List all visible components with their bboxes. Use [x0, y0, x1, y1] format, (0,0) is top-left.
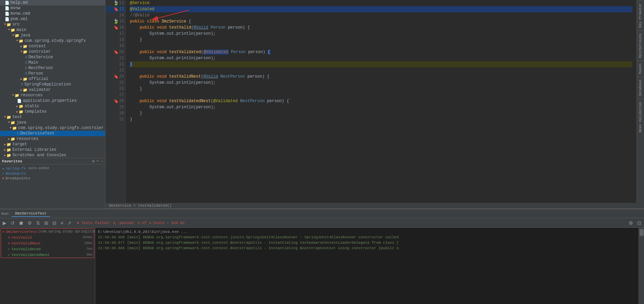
test-root-label: DmzServiceTest — [6, 230, 37, 234]
fav-spring-fx[interactable]: ★ spring-fx auto-added — [2, 166, 103, 171]
tree-label: java — [16, 120, 26, 125]
tree-item-test-resources[interactable]: ▶ 📁 resources — [0, 136, 105, 142]
tree-item-dmzservicetest[interactable]: C DmzServiceTest — [0, 131, 105, 136]
console-line-2: 21:50:30.677 [main] DEBUG org.springfram… — [98, 240, 636, 245]
test-item-testvalidated[interactable]: ✓ testValidated 7ms — [1, 246, 94, 252]
code-token: testValidated — [169, 50, 201, 54]
test-fail-icon: ✕ — [2, 229, 5, 234]
run-tab-bar: Run: DmzServiceTest — [0, 209, 644, 218]
bookmark-icon: 🔖 — [114, 7, 119, 12]
test-time-3: 7ms — [86, 247, 92, 251]
tree-item-scratches[interactable]: ▶ 📁 Scratches and Consoles — [0, 153, 105, 158]
right-tab-database[interactable]: Database — [638, 77, 643, 99]
code-token: //@Valid — [130, 13, 150, 18]
code-token: void — [157, 99, 169, 103]
right-tab-maven[interactable]: Maven — [638, 61, 643, 77]
collapse-button[interactable]: ⊟ — [51, 220, 58, 226]
tree-item-appprops[interactable]: 📄 application.properties — [0, 98, 105, 103]
gutter-line-27: 27 — [105, 92, 125, 98]
tree-item-src[interactable]: ▼ 📁 src — [0, 22, 105, 27]
file-icon: 📄 — [5, 12, 10, 16]
test-item-testvalidnest[interactable]: ✕ testValidNest 16ms — [1, 240, 94, 246]
test-item-root[interactable]: ✕ DmzServiceTest (com.spring.study.sprin… — [1, 229, 94, 235]
tree-item-pomxml[interactable]: 📄 pom.xml — [0, 16, 105, 22]
tree-item-target[interactable]: ▶ 📁 target — [0, 142, 105, 147]
tree-item-nestperson[interactable]: C NestPerson — [0, 65, 105, 71]
tree-item-ext-libs[interactable]: ▶ 📁 External Libraries — [0, 147, 105, 153]
tree-item-static[interactable]: ▶ 📁 static — [0, 103, 105, 109]
tree-item-java[interactable]: ▼ 📁 java — [0, 33, 105, 38]
code-token: public — [130, 19, 147, 24]
favorites-icons[interactable]: ⚙ + – — [92, 159, 103, 163]
tree-item-main-class[interactable]: C Main — [0, 60, 105, 65]
fail-status: ● — [77, 221, 81, 225]
gutter-line-15: 🍃 15 — [105, 18, 125, 25]
code-token — [130, 50, 140, 54]
fav-breakpoints[interactable]: ● Breakpoints — [2, 176, 103, 181]
tree-item-templates[interactable]: ▶ 📁 templates — [0, 109, 105, 114]
tree-item-helpmd[interactable]: 📄 help.md — [0, 0, 105, 5]
code-token — [218, 74, 220, 79]
test-item-testvalid[interactable]: ✕ testValid 294ms — [1, 235, 94, 240]
code-line-24: public void testValidNest(@Valid NestPer… — [130, 74, 632, 80]
settings-button[interactable]: ≡ — [59, 220, 65, 226]
folder-icon: 📁 — [19, 110, 23, 114]
code-token: void — [157, 50, 169, 54]
export-button[interactable]: ↗ — [66, 220, 73, 226]
tree-item-mvnw[interactable]: 📄 mvnw — [0, 5, 105, 11]
expand-arrow: ▶ — [20, 77, 22, 81]
right-tab-rest-services[interactable]: RestServices — [638, 30, 643, 61]
tree-label: mvnw.cmd — [11, 11, 30, 16]
tree-item-validator[interactable]: ▶ 📁 validator — [0, 87, 105, 93]
tree-item-controler[interactable]: ▼ 📁 controler — [0, 49, 105, 54]
console-scrollbar[interactable] — [639, 228, 644, 304]
expand-arrow: ▼ — [20, 50, 22, 53]
fav-star: ★ — [2, 166, 4, 171]
right-tab-key-promoter[interactable]: Key Promoter — [638, 0, 643, 30]
fav-icon-add[interactable]: + — [97, 159, 99, 163]
tree-item-test[interactable]: ▼ 📁 test — [0, 114, 105, 120]
tree-item-resources[interactable]: ▼ 📁 resources — [0, 93, 105, 98]
run-status-text: ● Tests failed: 2, passed: 2 of 4 tests … — [77, 221, 185, 225]
code-token — [238, 99, 240, 103]
tree-label: Main — [29, 60, 38, 65]
fav-bookmarks[interactable]: ✓ Bookmarks — [2, 171, 103, 176]
right-tab-bean-validation[interactable]: Bean Validation — [638, 99, 643, 135]
scrollbar-thumb[interactable] — [640, 229, 644, 236]
project-tree[interactable]: 📄 help.md 📄 mvnw 📄 mvnw.cmd 📄 pom.xml ▼ … — [0, 0, 105, 209]
tree-item-springfxapp[interactable]: C SpringFxApplication — [0, 82, 105, 87]
fav-check: ✓ — [2, 171, 4, 176]
run-resize-button[interactable]: ⊡ — [636, 220, 643, 226]
code-token: testValidNest — [169, 74, 201, 79]
tree-item-test-pkg[interactable]: ▼ 📁 com.spring.study.springfx.controler — [0, 125, 105, 131]
rerun-button[interactable]: ↺ — [9, 220, 16, 226]
code-token — [130, 74, 140, 79]
tree-item-test-java[interactable]: ▼ 📁 java — [0, 120, 105, 125]
run-tab-dmzservicetest[interactable]: DmzServiceTest — [12, 211, 50, 217]
sort-button[interactable]: ⇅ — [35, 220, 41, 226]
tree-item-com-spring[interactable]: ▼ 📁 com.spring.study.springfx — [0, 38, 105, 44]
test-item-testvalidatednest[interactable]: ✓ testValidatedNest 3ms — [1, 252, 94, 258]
filter-button[interactable]: ⚙ — [26, 220, 33, 226]
test-label-4: testValidatedNest — [12, 253, 50, 257]
tree-item-context[interactable]: ▶ 📁 context — [0, 44, 105, 49]
tree-item-dmzservice[interactable]: C DmzService — [0, 54, 105, 60]
fav-icon-settings[interactable]: ⚙ — [92, 159, 95, 163]
code-token: } — [130, 117, 132, 122]
bookmark-icon-4: 🔖 — [114, 74, 119, 79]
code-token: person) { — [265, 99, 289, 103]
code-token: @Validated — [130, 7, 154, 12]
gutter-line-22: 22 — [105, 61, 125, 67]
fav-icon-minus[interactable]: – — [101, 159, 103, 163]
expand-button[interactable]: ⊞ — [43, 220, 50, 226]
tree-label: src — [12, 22, 20, 27]
code-editor[interactable]: @Service @Validated //@Valid public clas… — [126, 0, 637, 203]
run-button[interactable]: ▶ — [1, 220, 8, 226]
tree-item-main[interactable]: ▼ 📁 main — [0, 27, 105, 33]
tree-item-official[interactable]: ▶ 📁 official — [0, 76, 105, 82]
run-settings-button[interactable]: ⚙ — [627, 220, 634, 226]
test-result-tree[interactable]: ✕ DmzServiceTest (com.spring.study.sprin… — [0, 228, 95, 304]
stop-button[interactable]: ⏹ — [17, 220, 25, 226]
tree-item-mvnwcmd[interactable]: 📄 mvnw.cmd — [0, 11, 105, 16]
tree-item-person[interactable]: C Person — [0, 71, 105, 76]
